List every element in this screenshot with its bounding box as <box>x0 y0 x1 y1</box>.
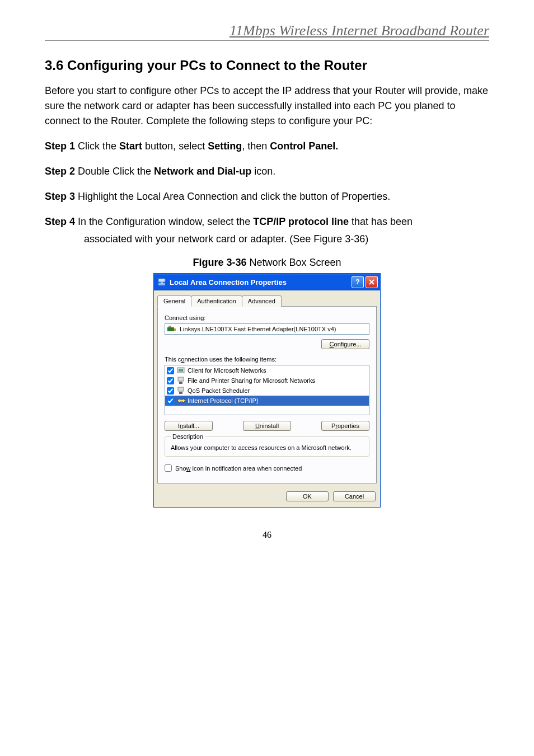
svg-rect-8 <box>179 369 183 372</box>
dialog-title: Local Area Connection Properties <box>170 278 287 287</box>
list-item-label: Client for Microsoft Networks <box>188 367 266 374</box>
properties-dialog: Local Area Connection Properties ? Gener… <box>153 273 381 508</box>
properties-button[interactable]: Properties <box>321 421 369 431</box>
svg-rect-5 <box>168 326 170 327</box>
step-1-bold-c: Control Panel. <box>270 140 338 152</box>
configure-btn-rest: onfigure... <box>334 341 362 348</box>
client-icon <box>176 366 185 375</box>
svg-rect-9 <box>178 377 184 381</box>
step-2-bold-a: Network and Dial-up <box>154 166 251 177</box>
tab-authentication[interactable]: Authentication <box>191 295 242 307</box>
step-1-prefix: Step 1 <box>45 140 75 152</box>
step-2: Step 2 Double Click the Network and Dial… <box>45 164 489 179</box>
description-legend: Description <box>171 433 205 440</box>
step-1-text-b: button, select <box>142 140 208 152</box>
step-1-bold-a: Start <box>119 140 142 152</box>
step-4-prefix: Step 4 <box>45 216 75 227</box>
svg-rect-11 <box>178 387 184 391</box>
adapter-icon <box>167 326 176 332</box>
step-1-text-a: Click the <box>75 140 119 152</box>
connect-using-label: Connect using: <box>165 314 369 321</box>
svg-rect-10 <box>179 382 182 384</box>
tab-panel-general: Connect using: Linksys LNE100TX Fast Eth… <box>157 306 377 483</box>
tab-general[interactable]: General <box>157 295 191 307</box>
show-icon-checkbox[interactable] <box>165 464 172 472</box>
list-item-tcpip[interactable]: Internet Protocol (TCP/IP) <box>165 396 369 406</box>
cancel-button[interactable]: Cancel <box>333 491 376 501</box>
protocol-list[interactable]: Client for Microsoft Networks File and P… <box>165 365 369 415</box>
help-button[interactable]: ? <box>352 276 364 288</box>
list-item[interactable]: File and Printer Sharing for Microsoft N… <box>165 375 369 386</box>
doc-header-title: 11Mbps Wireless Internet Broadband Route… <box>45 22 489 41</box>
step-4: Step 4 In the Configuration window, sele… <box>45 214 489 229</box>
list-item-label: QoS Packet Scheduler <box>188 387 250 394</box>
step-4-text-b: that has been <box>349 216 413 227</box>
checkbox[interactable] <box>167 387 174 395</box>
list-item-label: File and Printer Sharing for Microsoft N… <box>188 377 315 384</box>
step-4-text-a: In the Configuration window, select the <box>75 216 253 227</box>
figure-caption: Figure 3-36 Network Box Screen <box>45 257 489 269</box>
ok-button[interactable]: OK <box>286 491 329 501</box>
step-3: Step 3 Highlight the Local Area Connecti… <box>45 189 489 204</box>
tab-advanced[interactable]: Advanced <box>242 295 282 307</box>
step-1-bold-b: Setting <box>208 140 242 152</box>
network-icon <box>157 278 166 287</box>
close-button[interactable] <box>366 276 378 288</box>
step-2-text-b: icon. <box>251 166 275 177</box>
step-4-line2: associated with your network card or ada… <box>45 232 489 247</box>
configure-button[interactable]: Configure... <box>321 339 369 349</box>
checkbox[interactable] <box>167 377 174 384</box>
step-3-prefix: Step 3 <box>45 191 75 202</box>
uninstall-button[interactable]: Uninstall <box>243 421 291 431</box>
step-2-text-a: Double Click the <box>75 166 154 177</box>
install-button[interactable]: Install... <box>165 421 213 431</box>
step-4-bold-a: TCP/IP protocol line <box>253 216 349 227</box>
step-2-prefix: Step 2 <box>45 166 75 177</box>
description-text: Allows your computer to access resources… <box>171 444 363 452</box>
file-share-icon <box>176 376 185 385</box>
list-item[interactable]: Client for Microsoft Networks <box>165 365 369 375</box>
step-1: Step 1 Click the Start button, select Se… <box>45 139 489 154</box>
list-item-label: Internet Protocol (TCP/IP) <box>188 397 259 404</box>
checkbox[interactable] <box>167 367 174 374</box>
description-fieldset: Description Allows your computer to acce… <box>165 436 369 457</box>
tabstrip: General Authentication Advanced <box>154 290 380 306</box>
titlebar[interactable]: Local Area Connection Properties ? <box>154 274 380 290</box>
qos-icon <box>176 386 185 395</box>
section-heading: 3.6 Configuring your PCs to Connect to t… <box>45 58 489 73</box>
svg-rect-12 <box>179 392 182 394</box>
adapter-field[interactable]: Linksys LNE100TX Fast Ethernet Adapter(L… <box>165 323 369 335</box>
svg-rect-3 <box>167 327 174 331</box>
checkbox[interactable] <box>167 397 174 405</box>
intro-paragraph: Before you start to configure other PCs … <box>45 83 489 129</box>
figure-caption-bold: Figure 3-36 <box>193 257 246 268</box>
close-icon <box>369 279 374 285</box>
show-icon-label: Show icon in notification area when conn… <box>175 465 302 472</box>
figure-caption-rest: Network Box Screen <box>246 257 341 268</box>
list-item[interactable]: QoS Packet Scheduler <box>165 386 369 396</box>
svg-rect-4 <box>174 328 176 331</box>
page-number: 46 <box>45 530 489 540</box>
step-1-text-c: , then <box>242 140 270 152</box>
svg-rect-6 <box>170 326 171 327</box>
tcpip-icon <box>176 396 185 405</box>
items-label: This connection uses the following items… <box>165 356 369 363</box>
step-3-text: Highlight the Local Area Connection and … <box>75 191 390 202</box>
adapter-name: Linksys LNE100TX Fast Ethernet Adapter(L… <box>180 326 336 332</box>
